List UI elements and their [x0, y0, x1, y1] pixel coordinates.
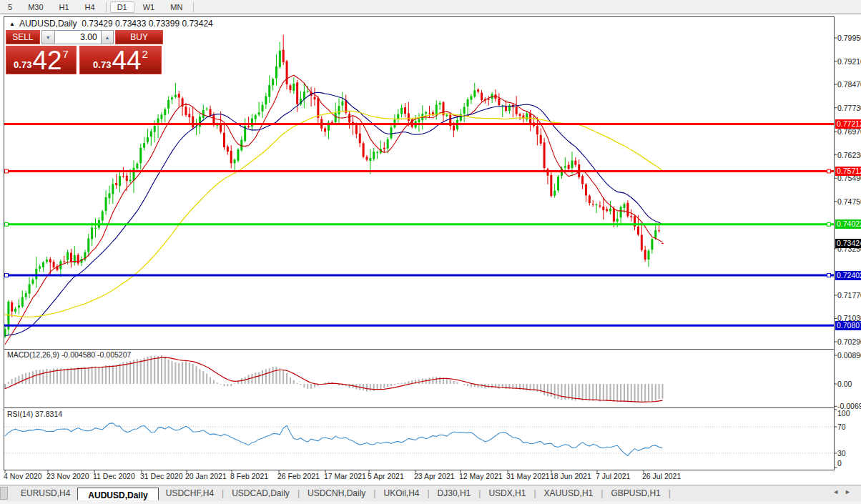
buy-price-big: 44	[112, 48, 141, 74]
date-axis-label: 23 Apr 2021	[414, 472, 455, 480]
volume-increase-button[interactable]: ▲	[101, 30, 114, 44]
price-level-tag: 0.77212	[835, 119, 861, 129]
chart-tab-xauusd[interactable]: XAUUSD,H1	[537, 487, 601, 500]
rsi-name: RSI(14)	[7, 410, 33, 418]
sell-button[interactable]: SELL	[6, 30, 40, 44]
date-axis-label: 26 Feb 2021	[277, 472, 320, 480]
price-level-tag: 0.73424	[835, 239, 861, 248]
date-axis-label: 18 Jun 2021	[550, 472, 591, 480]
price-level-tag: 0.74022	[835, 219, 861, 229]
price-axis-tick: 0.78470	[837, 80, 861, 89]
rsi-indicator-label: RSI(14) 37.8314	[7, 410, 62, 418]
rsi-axis-tick: 30	[837, 449, 846, 458]
chart-symbol-label: AUDUSD,Daily	[19, 19, 77, 29]
macd-values: -0.004580 -0.005207	[62, 350, 132, 359]
date-axis-label: 5 Apr 2021	[368, 472, 404, 480]
chart-tab-usdcad[interactable]: USDCAD,Daily	[225, 487, 297, 500]
date-axis-label: 12 May 2021	[459, 472, 503, 480]
date-axis-label: 20 Jan 2021	[185, 472, 227, 480]
tab-separator: |	[427, 488, 429, 498]
price-axis-tick: 0.79210	[837, 57, 861, 66]
price-level-tag: 0.70807	[835, 321, 861, 330]
rsi-axis-tick: 0	[837, 459, 842, 468]
volume-input[interactable]	[55, 30, 101, 44]
chart-tab-eurusd[interactable]: EURUSD,H4	[14, 487, 77, 500]
price-axis-tick: 0.77730	[837, 104, 861, 112]
chart-tab-audusd[interactable]: AUDUSD,Daily	[77, 488, 158, 500]
chart-canvas[interactable]	[0, 0, 861, 504]
tab-separator: |	[373, 488, 375, 498]
date-axis-label: 4 Nov 2020	[4, 472, 42, 480]
price-axis-tick: 0.74750	[837, 197, 861, 206]
date-axis-label: 31 May 2021	[506, 472, 550, 480]
tab-scroll-right-icon[interactable]: ►	[845, 488, 857, 495]
chart-ohlc-values: 0.73429 0.73433 0.73399 0.73424	[82, 19, 213, 29]
rsi-layer	[4, 423, 834, 456]
sell-price-panel[interactable]: 0.73 42 7	[6, 46, 77, 74]
chart-tab-dj30[interactable]: DJ30,H1	[431, 487, 478, 500]
chart-tab-ukoil[interactable]: UKOil,H4	[376, 487, 426, 500]
chart-tab-usdcnh[interactable]: USDCNH,Daily	[300, 487, 373, 500]
one-click-trading-widget: SELL ▼ ▲ BUY 0.73 42 7 0.73 44 2	[6, 30, 163, 74]
price-level-tag: 0.72402	[835, 271, 861, 280]
sell-price-pip: 7	[63, 48, 69, 60]
date-axis-label: 7 Jul 2021	[596, 472, 630, 480]
buy-button[interactable]: BUY	[115, 30, 163, 44]
rsi-value: 37.8314	[35, 410, 62, 418]
chart-tab-usdx[interactable]: USDX,H1	[481, 487, 533, 500]
macd-name: MACD(12,26,9)	[7, 350, 59, 359]
sell-price-prefix: 0.73	[14, 59, 31, 70]
date-axis-label: 26 Jul 2021	[642, 472, 681, 480]
date-axis-label: 31 Dec 2020	[140, 472, 183, 480]
tab-scroll-arrows: ◄►	[832, 488, 857, 495]
tab-separator: |	[669, 488, 671, 498]
sell-price-big: 42	[32, 48, 62, 74]
buy-price-prefix: 0.73	[93, 59, 111, 70]
chart-tab-bar: EURUSD,H4AUDUSD,DailyUSDCHF,H4|USDCAD,Da…	[0, 485, 861, 501]
chart-tab-gbpusd[interactable]: GBPUSD,H1	[604, 487, 667, 500]
tab-separator: |	[478, 488, 481, 498]
date-axis-label: 17 Mar 2021	[324, 472, 366, 480]
buy-price-panel[interactable]: 0.73 44 2	[79, 46, 162, 74]
price-axis-tick: 0.76230	[837, 151, 861, 159]
macd-axis-tick: 0.00890	[837, 351, 861, 360]
date-axis-label: 11 Dec 2020	[93, 472, 135, 480]
tab-separator: |	[297, 488, 300, 498]
chart-tab-usdchf[interactable]: USDCHF,H4	[159, 487, 221, 500]
price-axis-tick: 0.71770	[837, 291, 861, 300]
date-axis-label: 23 Nov 2020	[46, 472, 89, 480]
macd-indicator-label: MACD(12,26,9) -0.004580 -0.005207	[7, 350, 131, 359]
candles-layer	[4, 35, 664, 345]
price-axis-tick: 0.70290	[837, 337, 861, 346]
tab-strip-chip[interactable]	[0, 487, 8, 500]
price-axis-tick: 0.79950	[837, 34, 861, 42]
tab-separator: |	[601, 488, 603, 498]
tab-separator: |	[222, 488, 224, 498]
macd-layer	[5, 355, 663, 402]
tab-separator: |	[533, 488, 536, 498]
chart-title: ▲AUDUSD,Daily 0.73429 0.73433 0.73399 0.…	[9, 19, 213, 29]
volume-decrease-button[interactable]: ▼	[41, 30, 55, 44]
collapse-triangle-icon[interactable]: ▲	[9, 21, 15, 27]
rsi-axis-tick: 70	[837, 423, 846, 431]
rsi-axis-tick: 100	[837, 409, 850, 417]
price-level-tag: 0.75712	[835, 167, 861, 176]
buy-price-pip: 2	[142, 48, 148, 60]
date-axis-label: 8 Feb 2021	[230, 472, 268, 480]
macd-axis-tick: 0.00	[837, 380, 852, 388]
trading-terminal-window: 5M30H1H4D1W1MN ▲AUDUSD,Daily 0.73429 0.7…	[0, 0, 861, 504]
tab-scroll-left-icon[interactable]: ◄	[832, 488, 845, 495]
